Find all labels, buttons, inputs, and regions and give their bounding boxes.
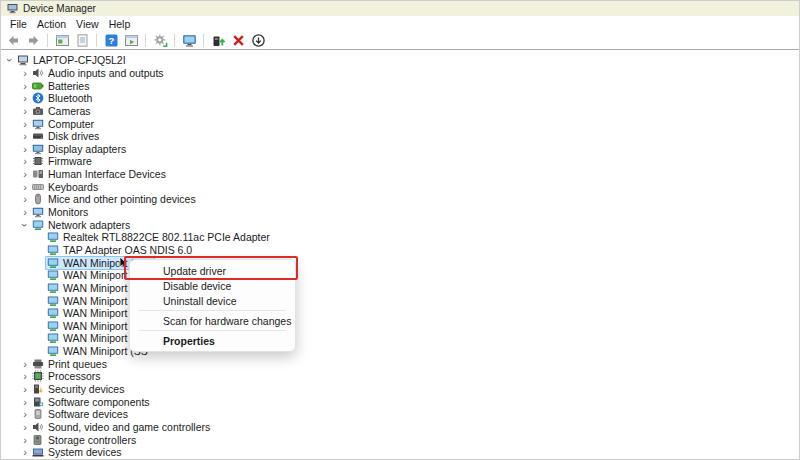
tree-item-wan-miniport-ss[interactable]: WAN Miniport (SS — [1, 345, 799, 358]
tree-item-mice-and-other-pointing-devices[interactable]: › Mice and other pointing devices — [1, 193, 799, 206]
menu-view[interactable]: View — [71, 16, 104, 31]
menu-help[interactable]: Help — [104, 16, 136, 31]
tree-item-monitors[interactable]: › Monitors — [1, 206, 799, 219]
tree-item-sound-video-and-game-controllers[interactable]: › Sound, video and game controllers — [1, 421, 799, 434]
network-adapter-icon — [47, 231, 59, 243]
tree-item-wan-miniport-ne[interactable]: WAN Miniport (Ne — [1, 307, 799, 320]
context-menu-separator — [139, 310, 286, 311]
tree-item-processors[interactable]: › Processors — [1, 370, 799, 383]
chevron-icon[interactable]: › — [20, 371, 30, 381]
network-adapter-icon — [47, 244, 59, 256]
help-button[interactable]: ? — [102, 32, 120, 49]
speaker-icon — [32, 421, 44, 433]
network-adapter-icon — [47, 269, 59, 281]
menu-update-driver[interactable]: Update driver — [130, 263, 295, 278]
monitor-icon — [182, 33, 197, 48]
show-console-tree-button[interactable] — [53, 32, 71, 49]
menu-scan-hardware-changes[interactable]: Scan for hardware changes — [130, 313, 295, 328]
menu-file[interactable]: File — [5, 16, 32, 31]
properties-button[interactable] — [122, 32, 140, 49]
tree-item-software-components[interactable]: › Software components — [1, 395, 799, 408]
menu-action[interactable]: Action — [32, 16, 71, 31]
tree-item-wan-miniport-pp[interactable]: WAN Miniport (PP — [1, 319, 799, 332]
bluetooth-icon — [32, 92, 44, 104]
back-button[interactable] — [4, 32, 22, 49]
tree-item-display-adapters[interactable]: › Display adapters — [1, 142, 799, 155]
chevron-icon[interactable]: › — [20, 447, 30, 457]
driver-update-icon — [211, 33, 226, 48]
svg-text:?: ? — [108, 35, 114, 46]
chevron-icon[interactable]: › — [20, 106, 30, 116]
chevron-icon[interactable]: › — [20, 194, 30, 204]
tree-item-disk-drives[interactable]: › Disk drives — [1, 130, 799, 143]
disable-circle-icon — [251, 33, 266, 48]
tree-item-audio-inputs-and-outputs[interactable]: › Audio inputs and outputs — [1, 67, 799, 80]
tree-item-bluetooth[interactable]: › Bluetooth — [1, 92, 799, 105]
context-menu-separator — [139, 330, 286, 331]
chevron-icon[interactable]: › — [20, 93, 30, 103]
tree-item-cameras[interactable]: › Cameras — [1, 105, 799, 118]
storage-icon — [32, 434, 44, 446]
tree-item-network-adapters[interactable]: › Network adapters — [1, 218, 799, 231]
chevron-icon[interactable]: › — [20, 220, 30, 230]
chevron-icon[interactable]: › — [20, 119, 30, 129]
tree-item-human-interface-devices[interactable]: › Human Interface Devices — [1, 168, 799, 181]
tree-item-keyboards[interactable]: › Keyboards — [1, 180, 799, 193]
chevron-icon[interactable]: › — [20, 182, 30, 192]
tree-panel: › LAPTOP-CFJQ5L2I › Audio inputs and out… — [1, 50, 799, 458]
window-title: Device Manager — [23, 3, 96, 14]
chevron-icon[interactable]: › — [20, 207, 30, 217]
chevron-icon[interactable]: › — [20, 144, 30, 154]
tree-item-batteries[interactable]: › Batteries — [1, 79, 799, 92]
tree-item-tap-adapter-oas-ndis-6-0[interactable]: TAP Adapter OAS NDIS 6.0 — [1, 244, 799, 257]
tree-item-print-queues[interactable]: › Print queues — [1, 357, 799, 370]
tree-item-security-devices[interactable]: › Security devices — [1, 383, 799, 396]
chevron-icon[interactable]: › — [20, 169, 30, 179]
tree-item-software-devices[interactable]: › Software devices — [1, 408, 799, 421]
computer-icon — [17, 54, 29, 66]
chevron-icon[interactable]: › — [20, 435, 30, 445]
tree-item-storage-controllers[interactable]: › Storage controllers — [1, 433, 799, 446]
mouse-cursor-icon — [119, 257, 129, 270]
context-menu: Update driver Disable device Uninstall d… — [129, 259, 296, 352]
red-x-icon — [231, 33, 246, 48]
chevron-icon[interactable]: › — [20, 131, 30, 141]
export-list-button[interactable] — [73, 32, 91, 49]
update-driver-button[interactable] — [209, 32, 227, 49]
forward-button[interactable] — [24, 32, 42, 49]
menu-uninstall-device[interactable]: Uninstall device — [130, 293, 295, 308]
security-icon — [32, 383, 44, 395]
chevron-icon[interactable]: › — [20, 81, 30, 91]
chevron-icon[interactable]: › — [20, 359, 30, 369]
toolbar: ? — [1, 31, 799, 50]
tree-item-wan-miniport-ip[interactable]: WAN Miniport (IP) — [1, 269, 799, 282]
chevron-icon[interactable]: › — [5, 55, 15, 65]
toolbar-separator — [145, 34, 146, 47]
tree-item-realtek-rtl8822ce-802-11ac-pcie-adapter[interactable]: Realtek RTL8822CE 802.11ac PCIe Adapter — [1, 231, 799, 244]
menu-disable-device[interactable]: Disable device — [130, 278, 295, 293]
toolbar-separator — [203, 34, 204, 47]
tree-item-wan-miniport-l2[interactable]: WAN Miniport (L2 — [1, 294, 799, 307]
tree-item-computer[interactable]: › Computer — [1, 117, 799, 130]
computer-button[interactable] — [180, 32, 198, 49]
chevron-icon[interactable]: › — [20, 397, 30, 407]
help-icon: ? — [104, 33, 119, 48]
network-adapter-icon — [32, 219, 44, 231]
tree-item-wan-miniport-pp[interactable]: WAN Miniport (PP — [1, 332, 799, 345]
toolbar-separator — [174, 34, 175, 47]
tree-item-firmware[interactable]: › Firmware — [1, 155, 799, 168]
tree-item-laptop-cfjq5l2i[interactable]: › LAPTOP-CFJQ5L2I — [1, 54, 799, 67]
chevron-icon[interactable]: › — [20, 409, 30, 419]
forward-icon — [26, 33, 41, 48]
scan-hardware-changes-button[interactable] — [151, 32, 169, 49]
uninstall-device-button[interactable] — [229, 32, 247, 49]
chevron-icon[interactable]: › — [20, 384, 30, 394]
chevron-icon[interactable]: › — [20, 422, 30, 432]
menu-properties[interactable]: Properties — [130, 333, 295, 348]
network-adapter-icon — [47, 307, 59, 319]
tree-item-wan-miniport-ipv[interactable]: WAN Miniport (IPv — [1, 282, 799, 295]
chevron-icon[interactable]: › — [20, 68, 30, 78]
tree-item-system-devices[interactable]: › System devices — [1, 446, 799, 458]
disable-device-button[interactable] — [249, 32, 267, 49]
chevron-icon[interactable]: › — [20, 156, 30, 166]
